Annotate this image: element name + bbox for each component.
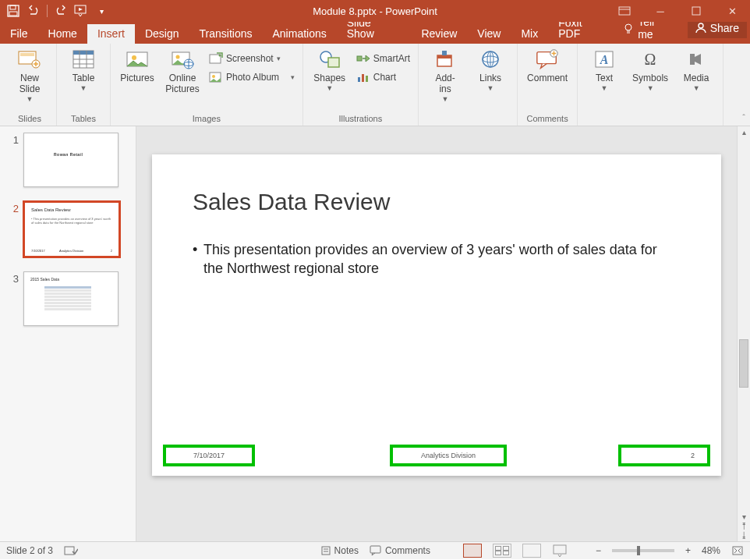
svg-rect-59 (733, 547, 742, 555)
svg-rect-57 (370, 546, 380, 553)
text-label: Text (596, 73, 613, 84)
ribbon-display-options-icon[interactable] (607, 0, 642, 22)
start-from-beginning-icon[interactable] (73, 2, 90, 19)
media-button[interactable]: Media ▼ (674, 45, 718, 94)
shapes-button[interactable]: Shapes ▼ (308, 45, 352, 94)
links-label: Links (479, 73, 501, 84)
svg-rect-53 (65, 547, 74, 555)
zoom-in-button[interactable]: + (685, 545, 691, 556)
svg-point-10 (699, 23, 703, 28)
text-button[interactable]: A Text ▼ (582, 45, 626, 94)
table-button[interactable]: Table ▼ (62, 45, 105, 94)
redo-icon[interactable] (52, 2, 69, 19)
table-label: Table (73, 73, 95, 84)
new-slide-button[interactable]: New Slide ▼ (8, 45, 51, 105)
svg-point-23 (132, 55, 136, 60)
slide-body[interactable]: •This presentation provides an overview … (193, 240, 674, 278)
slide-thumbnail-1[interactable]: Rowan Retail (23, 133, 119, 187)
chevron-down-icon: ▼ (326, 84, 333, 92)
spellcheck-icon[interactable] (64, 545, 78, 556)
notes-button[interactable]: Notes (320, 545, 359, 556)
svg-rect-12 (20, 53, 34, 56)
zoom-slider[interactable] (612, 549, 674, 552)
screenshot-button[interactable]: Screenshot ▾ (206, 50, 298, 67)
lightbulb-icon (623, 23, 634, 34)
slide-title[interactable]: Sales Data Review (193, 189, 390, 215)
screenshot-icon (209, 51, 223, 66)
zoom-level[interactable]: 48% (702, 545, 720, 556)
media-icon (684, 47, 709, 72)
pictures-button[interactable]: Pictures (115, 45, 159, 86)
tab-home[interactable]: Home (38, 24, 87, 44)
maximize-button[interactable] (678, 0, 714, 22)
online-pictures-icon (170, 47, 195, 72)
undo-icon[interactable] (25, 2, 42, 19)
svg-rect-1 (10, 5, 16, 9)
fit-to-window-button[interactable] (731, 545, 744, 556)
svg-rect-58 (554, 545, 566, 554)
thumb-number: 2 (0, 201, 23, 214)
previous-slide-icon[interactable]: ⭱ (740, 521, 748, 530)
addins-button[interactable]: Add- ins ▼ (423, 45, 467, 105)
group-label-illustrations: Illustrations (339, 112, 383, 126)
online-pictures-button[interactable]: Online Pictures (161, 45, 204, 97)
smartart-button[interactable]: SmartArt (353, 50, 413, 67)
svg-point-30 (219, 55, 221, 57)
chart-button[interactable]: Chart (353, 69, 413, 86)
addins-label: Add- ins (435, 73, 455, 95)
chevron-down-icon: ▼ (601, 84, 608, 92)
group-label-images: Images (193, 112, 221, 126)
photo-album-icon (209, 70, 223, 84)
footer-slidenum-highlight: 2 (618, 445, 710, 466)
close-button[interactable]: ✕ (714, 0, 750, 22)
svg-rect-38 (366, 76, 368, 82)
svg-rect-34 (328, 58, 339, 67)
collapse-ribbon-icon[interactable]: ˆ (742, 113, 745, 122)
minimize-button[interactable]: ─ (642, 0, 678, 22)
comments-button[interactable]: Comments (370, 545, 430, 556)
symbols-button[interactable]: Ω Symbols ▼ (628, 45, 673, 94)
reading-view-button[interactable] (522, 544, 541, 558)
table-icon (71, 47, 96, 72)
tab-mix[interactable]: Mix (511, 24, 548, 44)
zoom-out-button[interactable]: − (596, 545, 601, 556)
comment-label: Comment (527, 73, 568, 84)
comment-button[interactable]: Comment (522, 45, 572, 86)
tab-animations[interactable]: Animations (262, 24, 336, 44)
slide-editor[interactable]: Sales Data Review •This presentation pro… (136, 126, 737, 541)
chevron-down-icon: ▼ (647, 84, 654, 92)
next-slide-icon[interactable]: ⭳ (740, 530, 748, 540)
group-label-tables: Tables (71, 112, 96, 126)
slide-sorter-view-button[interactable] (493, 544, 511, 558)
tab-transitions[interactable]: Transitions (189, 24, 263, 44)
scroll-up-icon[interactable]: ▴ (742, 128, 746, 136)
normal-view-button[interactable] (463, 544, 482, 558)
svg-rect-2 (9, 12, 17, 16)
new-slide-label: New Slide (19, 73, 41, 95)
save-icon[interactable] (5, 2, 22, 19)
tab-design[interactable]: Design (135, 24, 189, 44)
slide-thumbnail-3[interactable]: 2015 Sales Data (23, 271, 119, 326)
vertical-scrollbar[interactable]: ▴ ▾ ⭱ ⭳ (737, 126, 750, 541)
tab-insert[interactable]: Insert (87, 24, 135, 44)
status-slide-counter: Slide 2 of 3 (6, 545, 53, 556)
tab-view[interactable]: View (467, 24, 511, 44)
slide-canvas[interactable]: Sales Data Review •This presentation pro… (152, 154, 721, 476)
scroll-down-icon[interactable]: ▾ (742, 512, 746, 521)
chart-label: Chart (373, 72, 396, 83)
comments-icon (370, 545, 382, 556)
qat-customize-icon[interactable]: ▾ (93, 2, 110, 19)
slideshow-view-button[interactable] (552, 544, 569, 557)
bullet-icon: • (193, 240, 203, 278)
slide-thumbnail-2[interactable]: Sales Data Review • This presentation pr… (23, 201, 120, 257)
online-pictures-label: Online Pictures (165, 73, 199, 95)
links-button[interactable]: Links ▼ (469, 45, 512, 94)
tab-file[interactable]: File (0, 24, 38, 44)
chevron-down-icon: ▼ (442, 95, 449, 103)
svg-point-7 (625, 24, 631, 30)
tab-review[interactable]: Review (411, 24, 467, 44)
media-label: Media (684, 73, 709, 84)
svg-rect-37 (362, 74, 364, 82)
photo-album-button[interactable]: Photo Album ▾ (206, 69, 298, 86)
group-label-comments: Comments (526, 112, 568, 126)
